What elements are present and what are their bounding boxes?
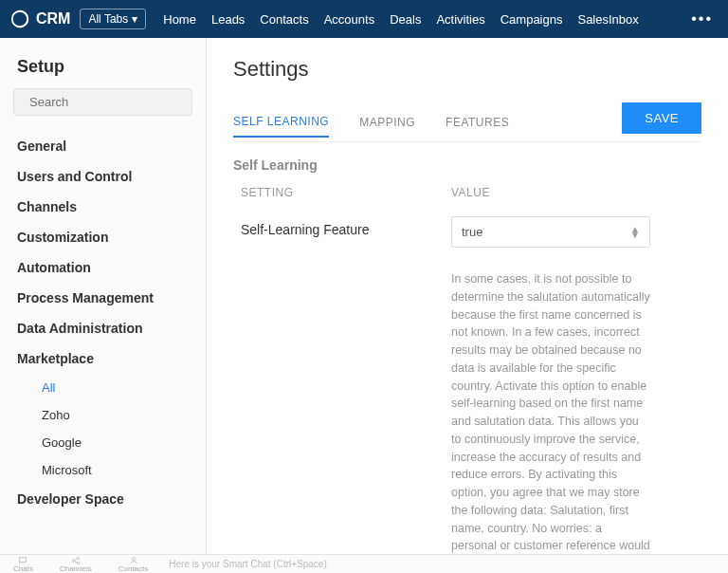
sidebar-item-data-administration[interactable]: Data Administration (11, 313, 194, 343)
main-content: Settings SELF LEARNING MAPPING FEATURES … (207, 38, 728, 554)
tab-features[interactable]: FEATURES (446, 108, 509, 137)
app-name: CRM (36, 10, 70, 28)
nav-tab-home[interactable]: Home (163, 12, 196, 27)
section-title: Self Learning (233, 157, 701, 173)
nav-tab-campaigns[interactable]: Campaigns (500, 12, 563, 27)
sidebar-title: Setup (17, 57, 189, 77)
svg-point-4 (77, 557, 80, 560)
contacts-icon (128, 556, 139, 565)
chat-icon (17, 556, 28, 565)
sidebar-item-marketplace[interactable]: Marketplace (11, 343, 194, 374)
nav-tab-salesinbox[interactable]: SalesInbox (577, 12, 638, 27)
bottombar-chats-label: Chats (13, 565, 33, 573)
sidebar-item-users-and-control[interactable]: Users and Control (11, 161, 194, 192)
tab-self-learning[interactable]: SELF LEARNING (233, 107, 329, 138)
tab-mapping[interactable]: MAPPING (359, 108, 415, 137)
save-button[interactable]: SAVE (622, 102, 701, 134)
setting-description: In some cases, it is not possible to det… (451, 270, 650, 554)
search-input[interactable] (29, 95, 189, 109)
setting-label: Self-Learning Feature (233, 216, 451, 237)
setting-value-select[interactable]: true ▲▼ (451, 216, 650, 248)
sidebar-item-automation[interactable]: Automation (11, 252, 194, 283)
nav-tab-deals[interactable]: Deals (390, 12, 421, 27)
sidebar-subitem-all[interactable]: All (11, 374, 194, 401)
svg-line-7 (74, 561, 77, 563)
smart-chat-hint: Here is your Smart Chat (Ctrl+Space) (169, 559, 326, 569)
column-headers: SETTING VALUE (233, 186, 701, 199)
page-title: Settings (233, 57, 701, 82)
sidebar-item-process-management[interactable]: Process Management (11, 283, 194, 313)
sidebar-item-general[interactable]: General (11, 131, 194, 161)
settings-tabbar: SELF LEARNING MAPPING FEATURES SAVE (233, 102, 701, 142)
sidebar: Setup General Users and Control Channels… (0, 38, 207, 554)
setting-row: Self-Learning Feature true ▲▼ In some ca… (233, 216, 701, 554)
nav-tab-accounts[interactable]: Accounts (324, 12, 374, 27)
column-header-setting: SETTING (233, 186, 451, 199)
svg-point-5 (77, 562, 80, 564)
all-tabs-dropdown[interactable]: All Tabs ▾ (80, 9, 146, 29)
nav-tabs: Home Leads Contacts Accounts Deals Activ… (163, 12, 639, 27)
top-nav: CRM All Tabs ▾ Home Leads Contacts Accou… (0, 0, 728, 38)
all-tabs-label: All Tabs (88, 12, 128, 26)
bottombar-channels-label: Channels (60, 565, 92, 573)
sidebar-item-customization[interactable]: Customization (11, 222, 194, 252)
bottombar-contacts[interactable]: Contacts (105, 556, 162, 573)
sidebar-subitem-google[interactable]: Google (11, 429, 194, 456)
app-logo: CRM (9, 9, 70, 29)
bottombar-contacts-label: Contacts (118, 565, 149, 573)
svg-point-8 (132, 557, 135, 560)
sidebar-item-channels[interactable]: Channels (11, 192, 194, 222)
bottombar-chats[interactable]: Chats (0, 556, 46, 573)
sidebar-subitem-microsoft[interactable]: Microsoft (11, 456, 194, 484)
sidebar-subitem-zoho[interactable]: Zoho (11, 401, 194, 429)
sidebar-item-developer-space[interactable]: Developer Space (11, 484, 194, 514)
bottom-bar: Chats Channels Contacts Here is your Sma… (0, 554, 728, 573)
bottombar-channels[interactable]: Channels (46, 556, 105, 573)
nav-tab-contacts[interactable]: Contacts (260, 12, 308, 27)
nav-tab-activities[interactable]: Activities (436, 12, 484, 27)
chevron-down-icon: ▾ (132, 12, 137, 26)
svg-line-6 (74, 558, 77, 560)
nav-tab-leads[interactable]: Leads (211, 12, 245, 27)
setting-value: true (462, 225, 482, 239)
channels-icon (70, 556, 82, 565)
column-header-value: VALUE (451, 186, 701, 199)
sidebar-search[interactable] (13, 88, 192, 116)
select-updown-icon: ▲▼ (630, 227, 640, 238)
more-menu-icon[interactable]: ••• (685, 10, 719, 28)
crm-logo-icon (9, 9, 30, 29)
